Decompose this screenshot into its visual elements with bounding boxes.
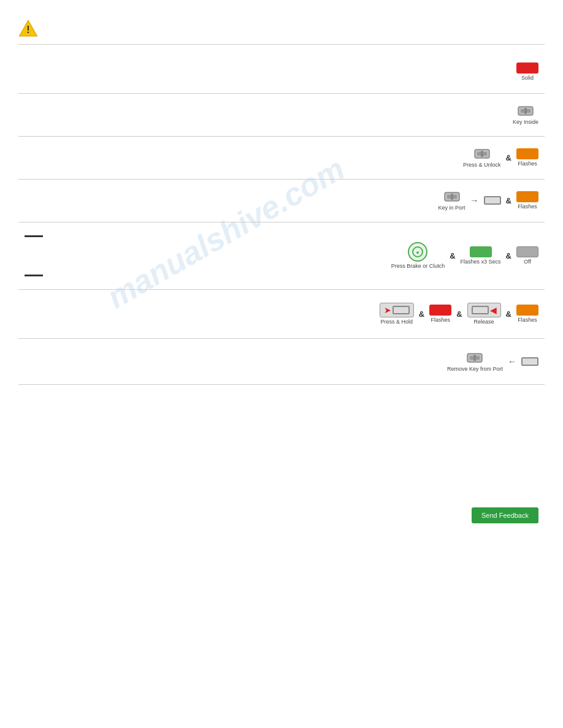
release-wrap: ◀ Release (467, 303, 501, 325)
row5-content: ● Press Brake or Clutch & Flashes x3 Sec… (391, 242, 538, 270)
page-container: ! manualshive.com Solid Key Inside (0, 0, 563, 548)
release-arrow: ◀ (490, 305, 497, 315)
warning-icon: ! (18, 18, 38, 38)
gray-led (516, 246, 538, 257)
send-feedback-container: Send Feedback (18, 495, 545, 536)
row-solid-red: Solid (18, 51, 545, 94)
orange-flash-wrap3: Flashes (516, 305, 538, 324)
row-press-unlock: Press & Unlock & Flashes (18, 137, 545, 180)
press-hold-wrap: ➤ Press & Hold (380, 303, 414, 325)
amp4: & (506, 251, 511, 260)
red-led2 (429, 305, 451, 316)
red-flash-wrap: Flashes (429, 305, 451, 324)
solid-label: Solid (521, 75, 534, 82)
amp1: & (506, 153, 511, 162)
orange-flash-wrap1: Flashes (516, 148, 538, 167)
red-led-wrap: Solid (516, 63, 538, 82)
flashes-label2: Flashes (518, 203, 537, 210)
svg-rect-4 (524, 108, 527, 114)
dash1 (25, 233, 43, 239)
green-flash-wrap: Flashes x3 Secs (461, 246, 501, 265)
row7-content: Remove Key from Port ← (447, 351, 538, 373)
orange-led3 (516, 305, 538, 316)
press-hold-arrow: ➤ (384, 305, 391, 315)
port-shape (484, 196, 501, 205)
dash-line1 (25, 235, 43, 237)
arrow-right1: → (470, 195, 479, 205)
arrow-left1: ← (508, 357, 516, 366)
key-inside-icon (517, 104, 534, 118)
svg-text:●: ● (416, 249, 419, 256)
remove-key-icon (466, 351, 483, 365)
svg-rect-7 (481, 151, 483, 157)
dash-line2 (25, 275, 43, 276)
key-inside-label: Key Inside (513, 119, 538, 126)
orange-flash-wrap2: Flashes (516, 191, 538, 210)
remove-port-shape (521, 357, 538, 366)
amp6: & (456, 309, 462, 319)
amp5: & (419, 309, 424, 319)
orange-led1 (516, 148, 538, 159)
release-port (472, 306, 489, 314)
remove-key-label: Remove Key from Port (447, 366, 503, 373)
row2-content: Key Inside (513, 104, 538, 126)
flashes-label3: Flashes (431, 317, 450, 324)
press-brake-label: Press Brake or Clutch (391, 263, 445, 270)
brake-icon-wrap: ● Press Brake or Clutch (391, 242, 445, 270)
release-btn[interactable]: ◀ (467, 303, 501, 317)
row3-content: Press & Unlock & Flashes (463, 147, 538, 169)
red-led (516, 63, 538, 74)
amp2: & (506, 196, 511, 205)
flashes-label1: Flashes (518, 161, 537, 167)
bottom-spacer (18, 385, 545, 495)
row-press-hold: ➤ Press & Hold & Flashes & ◀ Release & (18, 290, 545, 339)
row-press-brake: ● Press Brake or Clutch & Flashes x3 Sec… (18, 222, 545, 290)
key-inside-wrap: Key Inside (513, 104, 538, 126)
off-label: Off (524, 259, 531, 265)
send-feedback-button[interactable]: Send Feedback (472, 507, 538, 523)
key-in-port-wrap: Key in Port (439, 190, 465, 211)
press-hold-label: Press & Hold (381, 319, 413, 325)
warning-header: ! (18, 12, 545, 45)
row-key-in-port: Key in Port → & Flashes (18, 180, 545, 222)
svg-rect-15 (473, 355, 476, 361)
remove-key-wrap: Remove Key from Port (447, 351, 503, 373)
key-in-port-icon (443, 190, 461, 203)
row1-content: Solid (516, 63, 538, 82)
off-wrap: Off (516, 246, 538, 265)
port-shape-wrap (484, 196, 501, 205)
release-label: Release (474, 319, 494, 325)
press-hold-btn[interactable]: ➤ (380, 303, 414, 317)
press-hold-port (393, 306, 410, 314)
brake-button-icon: ● (408, 242, 427, 262)
row-key-inside: Key Inside (18, 94, 545, 137)
row6-content: ➤ Press & Hold & Flashes & ◀ Release & (380, 303, 538, 325)
dash2 (25, 273, 43, 278)
flashes-label4: Flashes (518, 317, 537, 324)
key-in-port-label: Key in Port (439, 205, 465, 211)
amp7: & (506, 309, 511, 319)
amp3: & (450, 251, 455, 260)
row-remove-key: Remove Key from Port ← (18, 339, 545, 385)
press-unlock-label: Press & Unlock (463, 162, 501, 169)
orange-led2 (516, 191, 538, 202)
row4-content: Key in Port → & Flashes (439, 190, 538, 211)
flashes-x3-label: Flashes x3 Secs (461, 259, 501, 265)
green-led (470, 246, 492, 257)
svg-rect-10 (451, 194, 453, 200)
press-unlock-key-wrap: Press & Unlock (463, 147, 501, 169)
remove-port-wrap (521, 357, 538, 366)
svg-text:!: ! (26, 25, 29, 35)
press-unlock-key-icon (473, 147, 491, 161)
